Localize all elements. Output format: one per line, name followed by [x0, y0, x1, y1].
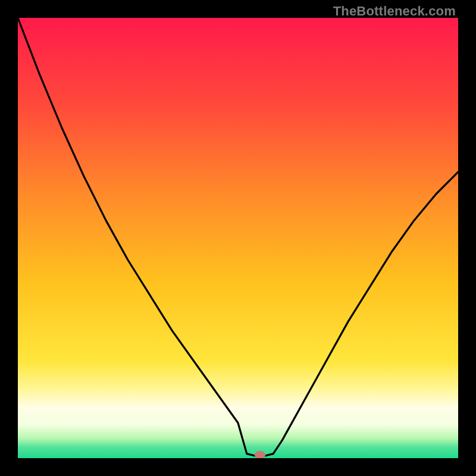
- chart-frame: [18, 18, 458, 458]
- watermark-text: TheBottleneck.com: [333, 4, 456, 19]
- chart-background: [18, 18, 458, 458]
- bottleneck-chart: [18, 18, 458, 458]
